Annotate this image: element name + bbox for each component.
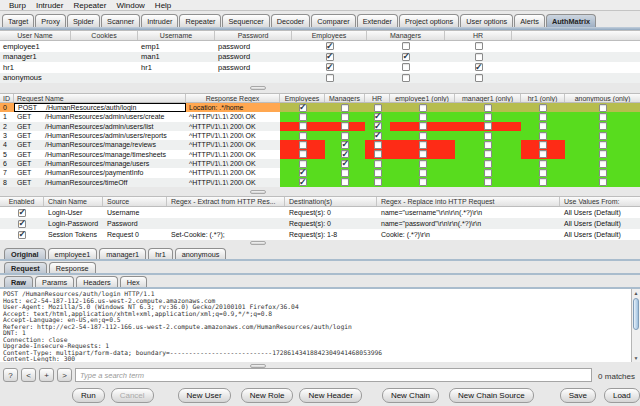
user-name-cell[interactable]: manager1	[0, 52, 71, 63]
checkbox[interactable]	[475, 74, 483, 82]
raw-request-editor[interactable]: POST /HumanResources/auth/login HTTP/1.1…	[0, 289, 640, 362]
checkbox-checked[interactable]	[326, 53, 334, 61]
extract-regex-cell[interactable]: Set-Cookie: (.*?);	[167, 229, 285, 240]
checkbox[interactable]	[539, 141, 547, 149]
destinations-cell[interactable]: Request(s): 0	[285, 218, 377, 229]
request-row-0[interactable]: 0POST/HumanResources/auth/loginLocation:…	[0, 103, 640, 112]
request-name-cell[interactable]: GET/HumanResources/manage/reviews	[14, 140, 186, 149]
chain-name-cell[interactable]: Session Tokens	[44, 229, 103, 240]
checkbox[interactable]	[539, 160, 547, 168]
matrix-cell-employees[interactable]	[280, 122, 325, 131]
chain-name-cell[interactable]: Login-Password	[44, 218, 103, 229]
search-help-button[interactable]: ?	[3, 368, 18, 382]
request-id-cell[interactable]: 5	[0, 150, 14, 159]
checkbox[interactable]	[484, 141, 492, 149]
tab-headers[interactable]: Headers	[76, 276, 118, 287]
checkbox[interactable]	[374, 178, 382, 186]
cookies-cell[interactable]	[71, 52, 138, 63]
matrix-cell-anonymous-only[interactable]	[565, 159, 640, 168]
checkbox[interactable]	[419, 178, 427, 186]
checkbox[interactable]	[599, 150, 607, 158]
username-cell[interactable]: hr1	[138, 62, 215, 73]
matrix-cell-manager1-only[interactable]	[455, 140, 521, 149]
use-values-from-cell[interactable]: All Users (Default)	[560, 218, 640, 229]
request-id-cell[interactable]: 6	[0, 159, 14, 168]
tab-hr1[interactable]: hr1	[148, 248, 173, 259]
tab-spider[interactable]: Spider	[67, 14, 100, 27]
matrix-cell-hr[interactable]	[365, 150, 390, 159]
tab-request[interactable]: Request	[4, 262, 47, 273]
checkbox-checked[interactable]	[299, 104, 307, 112]
password-cell[interactable]	[215, 73, 292, 84]
user-row-hr1[interactable]: hr1hr1password	[0, 62, 640, 73]
matrix-cell-manager1-only[interactable]	[455, 150, 521, 159]
checkbox-checked[interactable]	[374, 132, 382, 140]
save-button[interactable]: Save	[560, 388, 596, 403]
role-cell-managers[interactable]	[367, 62, 445, 73]
matrix-cell-employees[interactable]	[280, 103, 325, 112]
checkbox[interactable]	[419, 150, 427, 158]
response-regex-cell[interactable]: ^HTTP\/1\.1\ 200\ OK	[186, 122, 280, 131]
checkbox[interactable]	[299, 150, 307, 158]
extract-regex-cell[interactable]	[167, 207, 285, 218]
username-cell[interactable]: man1	[138, 52, 215, 63]
checkbox[interactable]	[374, 160, 382, 168]
checkbox[interactable]	[374, 150, 382, 158]
matrix-cell-anonymous-only[interactable]	[565, 140, 640, 149]
request-id-cell[interactable]: 0	[0, 103, 14, 112]
response-regex-cell[interactable]: Location: .*/home	[186, 103, 280, 112]
checkbox[interactable]	[341, 178, 349, 186]
checkbox[interactable]	[484, 104, 492, 112]
matrix-cell-managers[interactable]	[325, 178, 365, 187]
matrix-cell-anonymous-only[interactable]	[565, 131, 640, 140]
role-cell-managers[interactable]	[367, 52, 445, 63]
request-row-2[interactable]: 2GET/HumanResources/admin/users/list^HTT…	[0, 122, 640, 131]
checkbox-checked[interactable]	[18, 209, 26, 217]
matrix-cell-manager1-only[interactable]	[455, 112, 521, 121]
matrix-cell-employee1-only[interactable]	[390, 103, 455, 112]
checkbox[interactable]	[341, 169, 349, 177]
checkbox[interactable]	[599, 160, 607, 168]
chain-source-cell[interactable]: Password	[103, 218, 167, 229]
matrix-cell-hr1-only[interactable]	[521, 168, 565, 177]
replace-regex-cell[interactable]: Cookie: (.*?)\r\n	[377, 229, 560, 240]
scroll-down-icon[interactable]: ▼	[632, 354, 640, 362]
request-row-1[interactable]: 1GET/HumanResources/admin/users/create^H…	[0, 112, 640, 121]
response-regex-cell[interactable]: ^HTTP\/1\.1\ 200\ OK	[186, 150, 280, 159]
request-row-4[interactable]: 4GET/HumanResources/manage/reviews^HTTP\…	[0, 140, 640, 149]
matrix-cell-managers[interactable]	[325, 103, 365, 112]
checkbox[interactable]	[484, 178, 492, 186]
tab-comparer[interactable]: Comparer	[311, 14, 355, 27]
checkbox[interactable]	[539, 169, 547, 177]
matrix-cell-hr1-only[interactable]	[521, 178, 565, 187]
checkbox[interactable]	[299, 132, 307, 140]
tab-alerts[interactable]: Alerts	[514, 14, 545, 27]
checkbox[interactable]	[419, 113, 427, 121]
checkbox-checked[interactable]	[341, 141, 349, 149]
checkbox-checked[interactable]	[326, 42, 334, 50]
matrix-cell-hr1-only[interactable]	[521, 131, 565, 140]
vertical-scrollbar[interactable]: ▲ ▼	[631, 289, 640, 362]
checkbox[interactable]	[341, 132, 349, 140]
chains-table[interactable]: Login-UserUsernameRequest(s): 0name="use…	[0, 207, 640, 240]
new-role-button[interactable]: New Role	[241, 388, 294, 403]
matrix-cell-manager1-only[interactable]	[455, 159, 521, 168]
request-name-cell[interactable]: GET/HumanResources/manage/users	[14, 159, 186, 168]
checkbox-checked[interactable]	[18, 231, 26, 239]
checkbox[interactable]	[599, 113, 607, 121]
role-cell-hr[interactable]	[445, 73, 512, 84]
destinations-cell[interactable]: Request(s): 0	[285, 207, 377, 218]
request-name-cell[interactable]: POST/HumanResources/auth/login	[14, 103, 186, 112]
chain-source-cell[interactable]: Request 0	[103, 229, 167, 240]
username-cell[interactable]	[138, 73, 215, 84]
menu-repeater[interactable]: Repeater	[68, 1, 111, 10]
checkbox[interactable]	[374, 141, 382, 149]
role-cell-employees[interactable]	[292, 73, 367, 84]
matrix-cell-employee1-only[interactable]	[390, 122, 455, 131]
matrix-cell-employee1-only[interactable]	[390, 150, 455, 159]
matrix-cell-manager1-only[interactable]	[455, 168, 521, 177]
matrix-cell-hr1-only[interactable]	[521, 103, 565, 112]
chain-row-login-password[interactable]: Login-PasswordPasswordRequest(s): 0name=…	[0, 218, 640, 229]
tab-proxy[interactable]: Proxy	[35, 14, 66, 27]
new-chain-source-button[interactable]: New Chain Source	[449, 388, 534, 403]
